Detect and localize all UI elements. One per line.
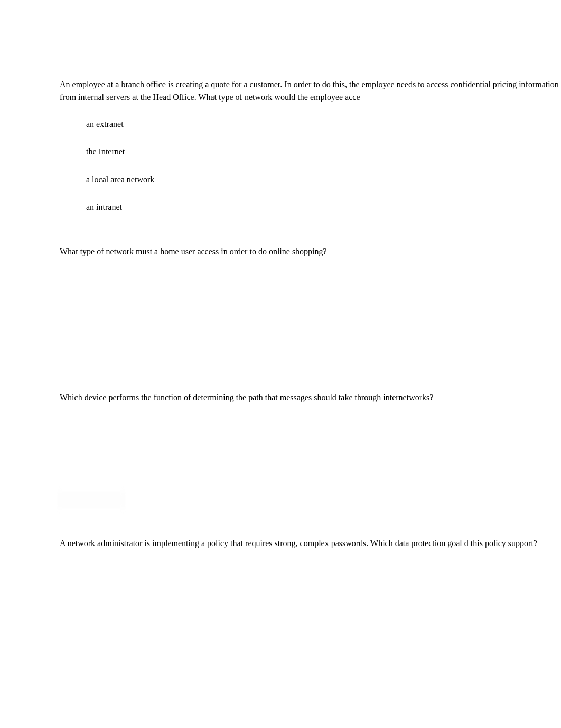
question-1: An employee at a branch office is creati…	[60, 78, 561, 214]
question-1-text: An employee at a branch office is creati…	[60, 78, 561, 104]
option-b: the Internet	[86, 146, 561, 158]
question-4-text: A network administrator is implementing …	[60, 537, 561, 550]
option-c: a local area network	[86, 174, 561, 186]
option-a: an extranet	[86, 118, 561, 130]
option-d: an intranet	[86, 201, 561, 213]
question-1-options: an extranet the Internet a local area ne…	[60, 118, 561, 214]
question-3-text: Which device performs the function of de…	[60, 391, 561, 404]
question-2-text: What type of network must a home user ac…	[60, 245, 561, 258]
question-4: A network administrator is implementing …	[60, 537, 561, 550]
question-2: What type of network must a home user ac…	[60, 245, 561, 258]
blurred-region	[57, 492, 126, 509]
question-3: Which device performs the function of de…	[60, 391, 561, 404]
